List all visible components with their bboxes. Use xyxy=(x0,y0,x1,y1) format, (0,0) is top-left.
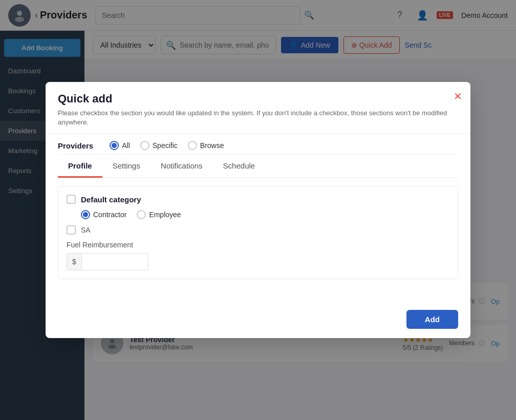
radio-all-circle xyxy=(110,141,119,150)
modal-close-button[interactable]: ✕ xyxy=(454,90,462,102)
radio-specific-circle xyxy=(140,141,149,150)
default-category-row: Default category xyxy=(67,195,449,204)
default-category-label: Default category xyxy=(81,195,141,204)
radio-employee-label: Employee xyxy=(149,211,181,219)
fuel-input-wrap: $ xyxy=(67,253,148,270)
default-category-checkbox-wrap: Default category xyxy=(67,195,141,204)
quick-add-modal: Quick add Please checkbox the section yo… xyxy=(46,82,470,338)
radio-contractor-label: Contractor xyxy=(93,211,126,219)
modal-description: Please checkbox the section you would li… xyxy=(58,109,458,127)
radio-browse[interactable]: Browse xyxy=(188,141,224,150)
fuel-amount-input[interactable] xyxy=(82,254,133,270)
radio-employee[interactable]: Employee xyxy=(137,210,181,219)
radio-contractor-circle xyxy=(81,210,90,219)
dollar-sign: $ xyxy=(67,254,82,270)
tab-notifications[interactable]: Notifications xyxy=(150,155,213,178)
modal-tabs: Profile Settings Notifications Schedule xyxy=(58,155,458,178)
tab-profile[interactable]: Profile xyxy=(58,155,102,178)
modal-footer: Add xyxy=(46,304,470,338)
default-category-checkbox[interactable] xyxy=(67,195,76,204)
modal-body: Providers All Specific Browse Profile Se… xyxy=(46,134,470,304)
fuel-reimbursement-label: Fuel Reimbursement xyxy=(67,241,449,249)
radio-contractor[interactable]: Contractor xyxy=(81,210,126,219)
radio-browse-label: Browse xyxy=(200,141,224,150)
radio-all-label: All xyxy=(122,141,130,150)
fuel-reimbursement-section: Fuel Reimbursement $ xyxy=(67,241,449,270)
tab-settings[interactable]: Settings xyxy=(102,155,150,178)
tab-schedule[interactable]: Schedule xyxy=(213,155,266,178)
provider-row: Providers All Specific Browse xyxy=(58,134,458,155)
radio-employee-circle xyxy=(137,210,146,219)
modal-header: Quick add Please checkbox the section yo… xyxy=(46,82,470,134)
provider-row-label: Providers xyxy=(58,141,93,150)
profile-tab-content: Default category Contractor Employee xyxy=(58,178,458,293)
add-button[interactable]: Add xyxy=(406,310,458,329)
radio-specific[interactable]: Specific xyxy=(140,141,178,150)
radio-browse-circle xyxy=(188,141,197,150)
category-radio-group: Contractor Employee xyxy=(67,210,449,219)
radio-all[interactable]: All xyxy=(110,141,130,150)
modal-title: Quick add xyxy=(58,92,458,106)
radio-specific-label: Specific xyxy=(153,141,178,150)
sa-label: SA xyxy=(81,226,91,234)
sa-checkbox[interactable] xyxy=(67,225,76,235)
default-category-section: Default category Contractor Employee xyxy=(58,186,458,279)
sa-row: SA xyxy=(67,225,449,235)
provider-radio-group: All Specific Browse xyxy=(110,141,224,150)
